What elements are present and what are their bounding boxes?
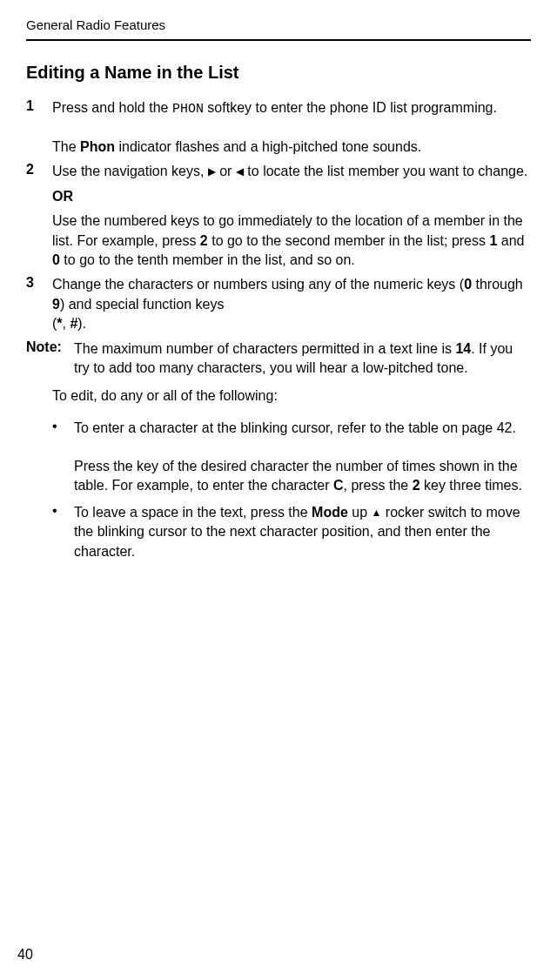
key-label: 2 — [413, 478, 420, 493]
key-label: 0 — [52, 252, 60, 267]
step-number: 2 — [26, 162, 52, 181]
step-text: Change the characters or numbers using a… — [52, 275, 531, 333]
text: , press the — [344, 478, 413, 493]
bullet-marker: • — [52, 503, 74, 561]
note-label: Note: — [26, 339, 74, 379]
bullet-marker: • — [52, 419, 74, 438]
text: to locate the list member you want to ch… — [244, 164, 527, 178]
note-text: The maximum number of characters permitt… — [74, 339, 531, 379]
mode-label: Mode — [312, 505, 348, 520]
text: Press and hold the — [52, 100, 172, 115]
text: ). — [77, 316, 86, 331]
text: and — [497, 233, 524, 248]
text: up — [348, 505, 372, 520]
page-number: 40 — [17, 947, 33, 963]
bullet-item-2: • To leave a space in the text, press th… — [52, 503, 531, 561]
key-label: 2 — [200, 233, 208, 248]
text: softkey to enter the phone ID list progr… — [204, 100, 497, 115]
step-1: 1 Press and hold the PHON softkey to ent… — [26, 98, 531, 118]
key-label: 0 — [464, 277, 472, 292]
step-text: Press and hold the PHON softkey to enter… — [52, 98, 531, 118]
text: through — [472, 277, 523, 292]
section-title: Editing a Name in the List — [26, 63, 531, 83]
text: key three times. — [420, 478, 522, 493]
arrow-left-icon: ◀ — [236, 166, 244, 178]
header-chapter: General Radio Features — [26, 17, 531, 32]
text: indicator flashes and a high-pitched ton… — [115, 139, 421, 154]
text: Use the navigation keys, — [52, 164, 208, 178]
header-divider — [26, 39, 531, 41]
edit-intro: To edit, do any or all of the following: — [52, 386, 531, 406]
step-2: 2 Use the navigation keys, ▶ or ◀ to loc… — [26, 162, 531, 181]
text: OR — [52, 189, 73, 204]
note-block: Note: The maximum number of characters p… — [26, 339, 531, 379]
max-chars: 14 — [455, 341, 471, 356]
text: The — [52, 139, 80, 154]
text: ) and special function keys — [60, 297, 225, 312]
step-alternative: Use the numbered keys to go immediately … — [52, 211, 531, 270]
arrow-right-icon: ▶ — [208, 166, 216, 178]
step-number: 1 — [26, 98, 52, 118]
bullet-continuation: Press the key of the desired character t… — [74, 457, 531, 496]
step-3: 3 Change the characters or numbers using… — [26, 275, 531, 333]
text: The maximum number of characters permitt… — [74, 341, 455, 356]
step-number: 3 — [26, 275, 52, 333]
indicator-name: Phon — [80, 139, 115, 154]
text: to go to the tenth member in the list, a… — [60, 252, 355, 267]
key-label: 9 — [52, 297, 60, 312]
bullet-text: To enter a character at the blinking cur… — [74, 419, 531, 438]
bullet-item-1: • To enter a character at the blinking c… — [52, 419, 531, 438]
text: to go to the second member in the list; … — [208, 233, 490, 248]
text: To leave a space in the text, press the — [74, 505, 312, 520]
step-followup: The Phon indicator flashes and a high-pi… — [52, 138, 531, 157]
char-label: C — [333, 478, 344, 493]
step-text: Use the navigation keys, ▶ or ◀ to locat… — [52, 162, 531, 181]
or-label: OR — [52, 187, 531, 206]
softkey-label: PHON — [172, 102, 204, 117]
arrow-up-icon: ▲ — [372, 507, 382, 519]
text: or — [216, 164, 236, 178]
bullet-text: To leave a space in the text, press the … — [74, 503, 531, 561]
text: Change the characters or numbers using a… — [52, 277, 464, 292]
